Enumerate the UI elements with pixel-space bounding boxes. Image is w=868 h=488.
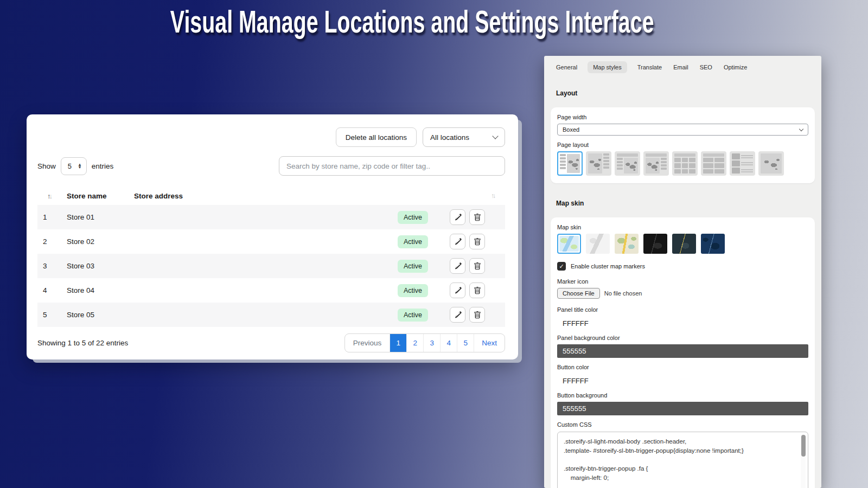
check-icon: ✓ [559, 263, 564, 270]
scrollbar[interactable] [801, 434, 806, 488]
locations-filter-value: All locations [430, 133, 469, 142]
layout-card: Page width Boxed Page layout [551, 107, 815, 183]
trash-icon [474, 262, 481, 270]
tab-email[interactable]: Email [672, 61, 690, 73]
store-name: Store 03 [67, 262, 134, 270]
edit-button[interactable] [450, 209, 465, 225]
world-map-glyph [646, 158, 660, 174]
locations-table: ↑↓ Store name Store address ↑↓ 1 Store 0… [37, 187, 505, 327]
edit-button[interactable] [450, 282, 465, 298]
status-badge: Active [398, 260, 428, 273]
table-row: 1 Store 01 Active [37, 205, 505, 229]
map-skin-card: Map skin ✓ Enable cluster map markers Ma… [551, 217, 815, 488]
sort-icon-right[interactable]: ↑↓ [491, 192, 505, 200]
column-header-store-address[interactable]: Store address [134, 192, 398, 200]
row-index: 1 [37, 213, 67, 221]
layout-option-grid-2col[interactable] [701, 151, 726, 176]
pencil-icon [454, 214, 462, 221]
row-index: 2 [37, 237, 67, 246]
table-row: 2 Store 02 Active [37, 229, 505, 254]
locations-card: Delete all locations All locations Show … [27, 114, 518, 359]
skin-option-blue[interactable] [701, 234, 725, 254]
row-index: 5 [37, 311, 67, 319]
edit-button[interactable] [450, 258, 465, 274]
panel-bg-color-label: Panel background color [557, 335, 808, 341]
pagination-page-5[interactable]: 5 [457, 334, 474, 352]
layout-option-map-only[interactable] [758, 151, 784, 176]
pencil-icon [454, 311, 462, 319]
pagination-page-4[interactable]: 4 [440, 334, 457, 352]
locations-filter-select[interactable]: All locations [423, 127, 505, 147]
skin-option-standard[interactable] [557, 234, 581, 254]
skin-option-silver[interactable] [586, 234, 610, 254]
entries-count-value: 5 [68, 162, 72, 170]
layout-option-list-rows[interactable] [730, 151, 755, 176]
store-name: Store 01 [67, 213, 134, 221]
scrollbar-thumb[interactable] [801, 435, 806, 457]
layout-option-header-sidebar-left-map[interactable] [615, 151, 640, 176]
pagination-next[interactable]: Next [474, 334, 505, 352]
map-skin-options [557, 234, 808, 254]
show-label: Show [37, 162, 56, 170]
layout-option-header-map-sidebar-right[interactable] [643, 151, 669, 176]
delete-button[interactable] [469, 234, 485, 249]
tab-seo[interactable]: SEO [699, 61, 713, 73]
delete-button[interactable] [469, 282, 485, 298]
row-index: 3 [37, 262, 67, 270]
map-skin-preview [643, 234, 667, 254]
status-badge: Active [398, 235, 428, 248]
button-bg-input[interactable]: 555555 [557, 402, 808, 415]
button-color-label: Button color [557, 364, 808, 370]
skin-option-retro[interactable] [615, 234, 639, 254]
tab-optimize[interactable]: Optimize [723, 61, 748, 73]
button-bg-label: Button background [557, 392, 808, 399]
page-width-select[interactable]: Boxed [557, 124, 808, 136]
panel-bg-color-input[interactable]: 555555 [557, 344, 808, 358]
delete-button[interactable] [469, 307, 485, 323]
column-header-store-name[interactable]: Store name [67, 192, 134, 200]
table-header-row: ↑↓ Store name Store address ↑↓ [37, 187, 505, 205]
world-map-glyph [761, 153, 782, 174]
entries-count-select[interactable]: 5 ▲▼ [61, 157, 87, 175]
delete-all-locations-button[interactable]: Delete all locations [336, 127, 417, 147]
sort-icon[interactable]: ↑↓ [37, 192, 67, 200]
edit-button[interactable] [450, 234, 465, 249]
pagination-previous[interactable]: Previous [345, 334, 390, 352]
no-file-chosen-text: No file chosen [604, 290, 642, 297]
delete-button[interactable] [469, 258, 485, 274]
row-index: 4 [37, 286, 67, 294]
search-input[interactable] [279, 156, 505, 176]
status-badge: Active [398, 284, 428, 297]
pencil-icon [454, 238, 462, 246]
skin-option-night[interactable] [672, 234, 696, 254]
map-skin-label: Map skin [557, 224, 808, 230]
skin-option-dark[interactable] [643, 234, 667, 254]
cluster-markers-checkbox[interactable]: ✓ [557, 262, 566, 271]
tab-general[interactable]: General [555, 61, 578, 73]
layout-option-map-sidebar-right[interactable] [586, 151, 611, 176]
delete-button[interactable] [469, 209, 485, 225]
layout-option-grid-3col[interactable] [672, 151, 698, 176]
pencil-icon [454, 287, 462, 294]
cluster-markers-label: Enable cluster map markers [571, 263, 645, 269]
custom-css-textarea[interactable]: .storeify-sl-light-modal-body .section-h… [557, 432, 808, 488]
chevron-down-icon [799, 127, 803, 131]
status-badge: Active [398, 309, 428, 322]
entries-label: entries [92, 162, 114, 170]
layout-option-sidebar-left-map[interactable] [557, 151, 583, 176]
pencil-icon [454, 262, 462, 270]
page-title-text: Visual Manage Locations and Settings Int… [170, 4, 654, 40]
layout-section-heading: Layout [556, 89, 815, 97]
map-skin-preview [559, 236, 579, 252]
tab-map-styles[interactable]: Map styles [588, 61, 627, 73]
pagination-page-3[interactable]: 3 [423, 334, 440, 352]
edit-button[interactable] [450, 307, 465, 323]
button-color-input[interactable]: FFFFFF [557, 374, 808, 386]
entries-summary: Showing 1 to 5 of 22 entries [37, 339, 128, 347]
panel-title-color-input[interactable]: FFFFFF [557, 316, 808, 329]
choose-file-button[interactable]: Choose File [557, 288, 600, 299]
pagination-page-1[interactable]: 1 [390, 334, 406, 352]
pagination-page-2[interactable]: 2 [406, 334, 423, 352]
trash-icon [474, 311, 481, 319]
tab-translate[interactable]: Translate [636, 61, 663, 73]
